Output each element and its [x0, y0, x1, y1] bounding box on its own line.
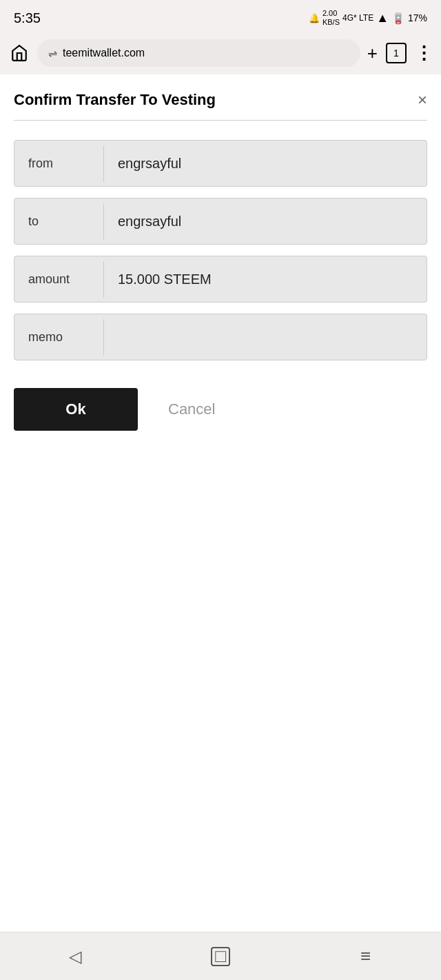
- tab-count-button[interactable]: 1: [386, 43, 407, 63]
- status-bar: 5:35 🔔 2.00 KB/S 4G* LTE ▲ 🪫 17%: [0, 0, 441, 33]
- browser-chrome: ⇌ teemitwallet.com + 1 ⋮: [0, 33, 441, 74]
- battery-level: 17%: [408, 12, 427, 23]
- to-value: engrsayful: [104, 203, 427, 241]
- to-label: to: [14, 203, 104, 240]
- back-button[interactable]: ◁: [60, 941, 90, 972]
- amount-value: 15.000 STEEM: [104, 261, 427, 298]
- memo-label: memo: [14, 319, 104, 356]
- memo-value[interactable]: [104, 326, 427, 348]
- memo-field-row: memo: [14, 314, 427, 360]
- button-row: Ok Cancel: [14, 388, 427, 431]
- signal-icon: ▲: [376, 11, 389, 25]
- alarm-icon: 🔔: [309, 13, 320, 23]
- from-label: from: [14, 145, 104, 182]
- status-icons: 🔔 2.00 KB/S 4G* LTE ▲ 🪫 17%: [309, 9, 427, 27]
- battery-icon: 🪫: [391, 12, 405, 25]
- browser-actions: + 1 ⋮: [367, 43, 433, 64]
- menu-nav-button[interactable]: ≡: [351, 941, 381, 972]
- header-divider: [14, 120, 427, 121]
- network-type: 4G* LTE: [342, 13, 373, 23]
- browser-menu-button[interactable]: ⋮: [415, 43, 433, 64]
- home-button[interactable]: [8, 42, 30, 64]
- to-field-row: to engrsayful: [14, 198, 427, 245]
- close-button[interactable]: ×: [418, 92, 427, 108]
- from-field-row: from engrsayful: [14, 140, 427, 187]
- network-speed: 2.00 KB/S: [322, 9, 340, 27]
- page-content: Confirm Transfer To Vesting × from engrs…: [0, 74, 441, 932]
- ok-button[interactable]: Ok: [14, 388, 138, 431]
- from-value: engrsayful: [104, 145, 427, 183]
- amount-field-row: amount 15.000 STEEM: [14, 256, 427, 303]
- address-bar[interactable]: ⇌ teemitwallet.com: [37, 39, 360, 67]
- dialog-title: Confirm Transfer To Vesting: [14, 91, 216, 109]
- url-text: teemitwallet.com: [63, 47, 145, 59]
- home-nav-button[interactable]: □: [211, 947, 230, 966]
- connection-icon: ⇌: [48, 47, 57, 60]
- bottom-nav: ◁ □ ≡: [0, 932, 441, 980]
- amount-label: amount: [14, 261, 104, 298]
- status-time: 5:35: [14, 10, 41, 26]
- add-tab-button[interactable]: +: [367, 43, 378, 64]
- cancel-button[interactable]: Cancel: [152, 388, 232, 431]
- form-fields: from engrsayful to engrsayful amount 15.…: [14, 140, 427, 360]
- dialog-header: Confirm Transfer To Vesting ×: [14, 91, 427, 109]
